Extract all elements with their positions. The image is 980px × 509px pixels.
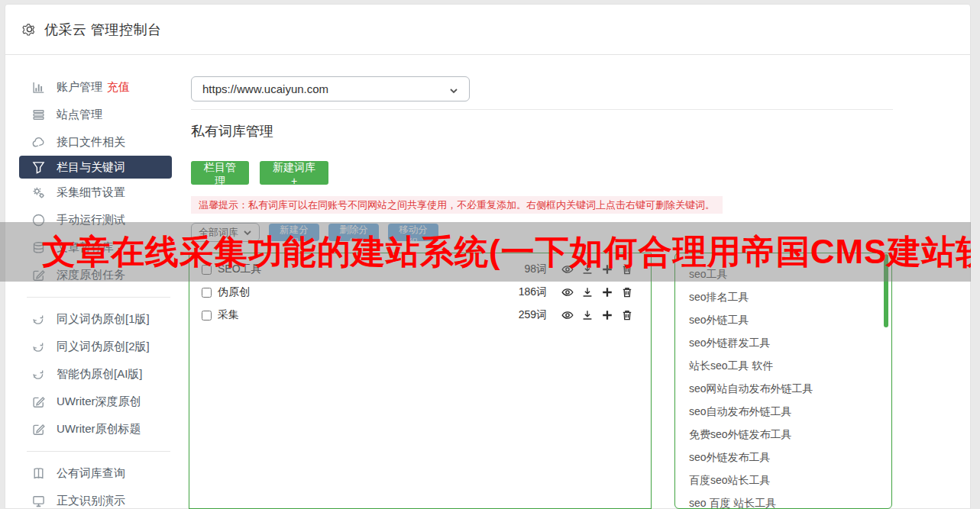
sidebar-item-label: 公有词库查询 <box>57 466 125 481</box>
sidebar-item-collect-settings[interactable]: 采集细节设置 <box>5 179 187 206</box>
word-count: 259词 <box>519 308 547 322</box>
app-title: 优采云 管理控制台 <box>44 21 162 39</box>
sidebar-item-label: 采集细节设置 <box>57 185 125 200</box>
watermark-banner: 文章在线采集功能的建站系统(一下如何合理用帝国CMS建站软 <box>0 222 971 282</box>
refresh-icon <box>31 340 45 353</box>
sidebar-item-synonym-v2[interactable]: 同义词伪原创[2版] <box>5 333 187 360</box>
sidebar-item-label: 正文识别演示 <box>57 494 125 508</box>
word-count: 186词 <box>519 285 547 299</box>
tip-banner: 温馨提示：私有词库可以在同账号不同网站之间共享使用，不必重复添加。右侧框内关键词… <box>191 196 723 214</box>
sidebar-item-label: 智能伪原创[AI版] <box>57 367 143 382</box>
monitor-icon <box>31 494 45 507</box>
recharge-badge[interactable]: 充值 <box>107 80 130 95</box>
keyword-item[interactable]: seo外链发布工具 <box>689 446 891 469</box>
new-thesaurus-button[interactable]: 新建词库 + <box>260 161 328 185</box>
site-select-value: https://www.ucaiyun.com <box>202 82 328 95</box>
sidebar-item-label: 同义词伪原创[1版] <box>57 312 150 327</box>
keyword-item[interactable]: seo外链群发工具 <box>689 331 891 354</box>
edit-icon <box>31 422 45 436</box>
trash-icon[interactable] <box>620 308 634 322</box>
sidebar-item-columns-keywords[interactable]: 栏目与关键词 <box>19 156 172 179</box>
site-select[interactable]: https://www.ucaiyun.com <box>191 76 470 101</box>
sidebar-item-synonym-v1[interactable]: 同义词伪原创[1版] <box>5 305 187 333</box>
keyword-item[interactable]: seo自动发布外链工具 <box>689 400 891 423</box>
keyword-item[interactable]: 站长seo工具 软件 <box>689 354 891 377</box>
thesaurus-row: 伪原创 186词 <box>189 281 651 304</box>
download-icon[interactable] <box>581 285 594 299</box>
thesaurus-list-panel: SEO工具 98词 伪原创 186词 采集 259词 <box>189 253 652 509</box>
thesaurus-row: 采集 259词 <box>189 304 651 327</box>
trash-icon[interactable] <box>620 285 634 299</box>
thesaurus-name: 伪原创 <box>218 285 519 299</box>
sidebar: 账户管理 充值 站点管理 接口文件相关 栏目与关键词 采集细节设置 手动运 <box>5 73 187 509</box>
keyword-panel: seo工具seo排名工具seo外链工具seo外链群发工具站长seo工具 软件se… <box>674 253 892 509</box>
sidebar-divider <box>27 451 170 452</box>
download-icon[interactable] <box>581 308 594 322</box>
sidebar-item-label: 同义词伪原创[2版] <box>57 340 150 354</box>
keyword-item[interactable]: seo 百度 站长工具 <box>689 491 891 509</box>
eye-icon[interactable] <box>561 285 574 299</box>
sidebar-item-label: 站点管理 <box>57 108 102 122</box>
sidebar-item-label: UWriter深度原创 <box>57 395 141 409</box>
eye-icon[interactable] <box>561 308 574 322</box>
keyword-item[interactable]: 百度seo站长工具 <box>689 469 891 491</box>
gears-icon <box>31 185 45 199</box>
sidebar-item-uwriter-title[interactable]: UWriter原创标题 <box>5 415 187 443</box>
watermark-text: 文章在线采集功能的建站系统(一下如何合理用帝国CMS建站软 <box>42 230 971 275</box>
refresh-icon <box>31 312 45 326</box>
keyword-item[interactable]: seo网站自动发布外链工具 <box>689 377 891 400</box>
sidebar-item-label: 账户管理 <box>57 80 102 95</box>
sidebar-item-uwriter-deep[interactable]: UWriter深度原创 <box>5 388 187 415</box>
keyword-item[interactable]: 免费seo外链发布工具 <box>689 423 891 446</box>
column-manage-button[interactable]: 栏目管理 <box>191 161 249 185</box>
sidebar-item-public-thesaurus[interactable]: 公有词库查询 <box>5 459 187 487</box>
page-gutter <box>971 0 980 509</box>
sidebar-item-account[interactable]: 账户管理 充值 <box>5 73 187 101</box>
filter-icon <box>31 160 45 174</box>
sidebar-item-label: 栏目与关键词 <box>57 160 125 175</box>
plus-icon[interactable] <box>600 308 614 322</box>
app-header: 优采云 管理控制台 <box>5 5 970 55</box>
list-icon <box>31 108 45 121</box>
keyword-list: seo工具seo排名工具seo外链工具seo外链群发工具站长seo工具 软件se… <box>675 253 891 509</box>
plus-icon[interactable] <box>600 285 614 299</box>
sidebar-item-interface-files[interactable]: 接口文件相关 <box>5 128 187 156</box>
bar-chart-icon <box>31 80 45 94</box>
sidebar-item-sites[interactable]: 站点管理 <box>5 101 187 128</box>
page-title: 私有词库管理 <box>191 122 273 140</box>
sidebar-item-label: UWriter原创标题 <box>57 422 141 437</box>
row-checkbox[interactable] <box>202 288 212 298</box>
keyword-item[interactable]: seo排名工具 <box>689 285 891 308</box>
thesaurus-name: 采集 <box>218 308 519 322</box>
sidebar-item-body-recognition[interactable]: 正文识别演示 <box>5 487 187 509</box>
book-icon <box>31 466 45 480</box>
refresh-icon <box>31 367 45 381</box>
page: 优采云 管理控制台 账户管理 充值 站点管理 接口文件相关 栏目与关键词 <box>0 0 980 509</box>
divider <box>191 109 893 110</box>
cloud-upload-icon <box>31 135 45 149</box>
sidebar-item-label: 接口文件相关 <box>57 135 125 150</box>
keyword-item[interactable]: seo外链工具 <box>689 308 891 331</box>
row-checkbox[interactable] <box>202 311 212 321</box>
gear-icon <box>22 22 37 37</box>
chevron-down-icon <box>449 85 458 94</box>
sidebar-divider <box>27 297 170 298</box>
edit-icon <box>31 395 45 408</box>
sidebar-item-ai-pseudo[interactable]: 智能伪原创[AI版] <box>5 360 187 388</box>
